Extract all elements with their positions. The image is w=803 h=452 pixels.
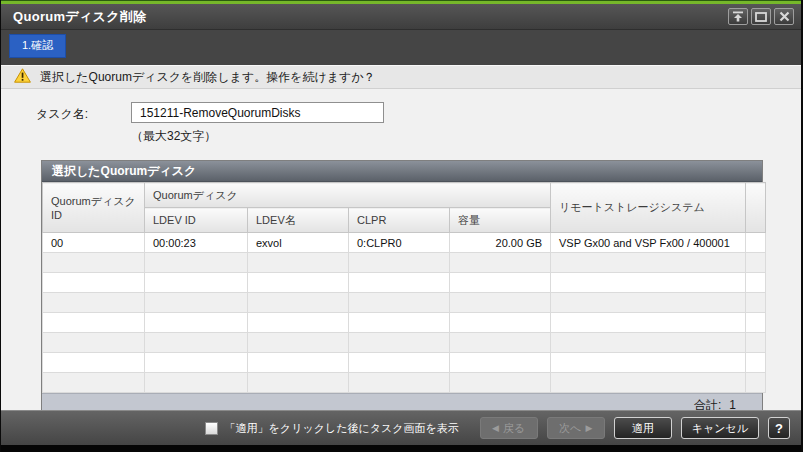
show-task-screen-checkbox[interactable] (205, 422, 218, 435)
col-header-ldev-id: LDEV ID (145, 208, 248, 233)
rollup-icon (732, 11, 744, 22)
cell-capacity: 20.00 GB (450, 233, 551, 253)
col-header-remote-storage-system: リモートストレージシステム (551, 183, 746, 233)
apply-button[interactable]: 適用 (614, 417, 672, 439)
close-icon (779, 11, 790, 22)
next-arrow-icon: ▶ (585, 423, 592, 433)
cancel-button[interactable]: キャンセル (681, 417, 759, 439)
task-name-input[interactable] (131, 102, 384, 123)
dialog-action-bar: 「適用」をクリックした後にタスク画面を表示 ◀ 戻る 次へ ▶ 適用 キャンセル… (1, 410, 801, 445)
col-header-quorum-disk-id: QuorumディスクID (43, 183, 145, 233)
maximize-button[interactable] (751, 8, 771, 25)
col-header-capacity: 容量 (450, 208, 551, 233)
help-button[interactable]: ? (768, 417, 790, 439)
cell-ldev-name: exvol (248, 233, 349, 253)
cell-remote-storage-system: VSP Gx00 and VSP Fx00 / 400001 (551, 233, 746, 253)
window-controls (728, 8, 794, 25)
cell-quorum-disk-id: 00 (43, 233, 145, 253)
dialog-content: 選択したQuorumディスクを削除します。操作を続けますか？ タスク名: （最大… (1, 65, 801, 410)
cell-spacer (746, 233, 766, 253)
empty-table-row (43, 273, 766, 293)
back-button: ◀ 戻る (480, 417, 538, 439)
warning-icon (14, 68, 31, 86)
quorum-disk-delete-dialog: Quorumディスク削除 (0, 0, 803, 452)
back-arrow-icon: ◀ (492, 423, 499, 433)
warning-message: 選択したQuorumディスクを削除します。操作を続けますか？ (40, 69, 376, 86)
maximize-icon (755, 12, 767, 22)
empty-table-row (43, 293, 766, 313)
cell-clpr: 0:CLPR0 (349, 233, 450, 253)
col-group-header-quorum-disk: Quorumディスク (145, 183, 551, 208)
selected-quorum-disks-panel: 選択したQuorumディスク QuorumディスクID Quorumディスク リ… (41, 160, 763, 417)
task-name-label: タスク名: (36, 102, 131, 145)
col-header-clpr: CLPR (349, 208, 450, 233)
next-button: 次へ ▶ (547, 417, 605, 439)
task-name-block: タスク名: （最大32文字） (36, 102, 801, 145)
panel-title: 選択したQuorumディスク (42, 161, 762, 182)
dialog-title: Quorumディスク削除 (13, 8, 146, 26)
next-button-label: 次へ (559, 421, 581, 436)
task-name-hint: （最大32文字） (131, 128, 384, 145)
empty-table-row (43, 253, 766, 273)
show-task-screen-option: 「適用」をクリックした後にタスク画面を表示 (205, 421, 459, 436)
empty-table-row (43, 373, 766, 393)
wizard-step-bar: 1.確認 (1, 30, 801, 65)
confirmation-message-strip: 選択したQuorumディスクを削除します。操作を続けますか？ (1, 65, 801, 89)
cell-ldev-id: 00:00:23 (145, 233, 248, 253)
close-button[interactable] (774, 8, 794, 25)
back-button-label: 戻る (503, 421, 525, 436)
quorum-disks-table: QuorumディスクID Quorumディスク リモートストレージシステム LD… (42, 182, 766, 393)
empty-table-row (43, 313, 766, 333)
col-header-ldev-name: LDEV名 (248, 208, 349, 233)
dialog-bottom-edge (1, 445, 801, 452)
col-header-spacer (746, 183, 766, 233)
empty-table-row (43, 333, 766, 353)
table-row[interactable]: 00 00:00:23 exvol 0:CLPR0 20.00 GB VSP G… (43, 233, 766, 253)
show-task-screen-label: 「適用」をクリックした後にタスク画面を表示 (225, 421, 459, 436)
rollup-button[interactable] (728, 8, 748, 25)
dialog-titlebar: Quorumディスク削除 (1, 4, 801, 30)
step-tab-confirm: 1.確認 (9, 34, 66, 58)
empty-table-row (43, 353, 766, 373)
